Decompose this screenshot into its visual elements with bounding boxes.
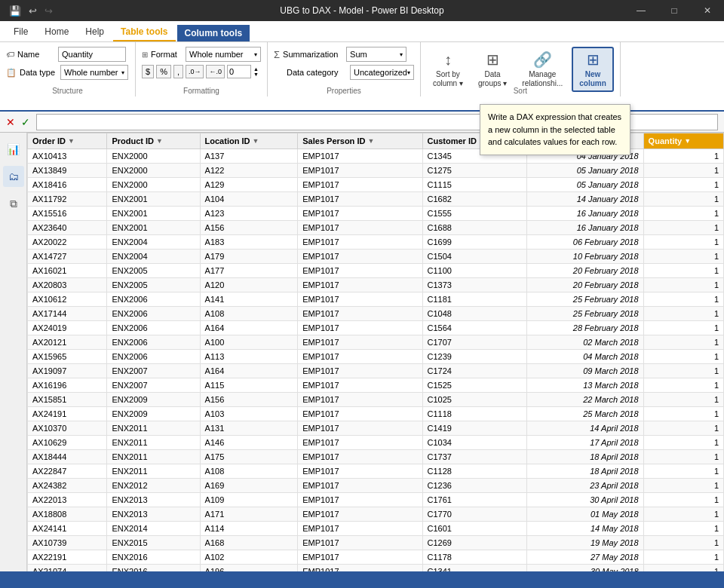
- col-header-quantity[interactable]: Quantity▼: [643, 133, 723, 149]
- datacategory-select[interactable]: Uncategorized▾: [350, 65, 414, 80]
- manage-relationships-button[interactable]: 🔗 Managerelationshi...: [516, 47, 569, 92]
- table-row[interactable]: AX23640ENX2001A156EMP1017C168816 January…: [28, 221, 724, 235]
- cell-purchaseDate: 27 May 2018: [526, 550, 643, 565]
- menu-table-tools[interactable]: Table tools: [113, 23, 175, 41]
- currency-button[interactable]: $: [142, 65, 154, 78]
- table-row[interactable]: AX15516ENX2001A123EMP1017C155516 January…: [28, 207, 724, 221]
- cell-customerId: C1707: [422, 335, 526, 350]
- minimize-button[interactable]: —: [624, 0, 658, 21]
- decimal-increase[interactable]: .0→: [186, 65, 204, 78]
- col-header-location-id[interactable]: Location ID▼: [200, 133, 298, 149]
- cell-customerId: C1025: [422, 393, 526, 407]
- table-row[interactable]: AX18808ENX2013A171EMP1017C177001 May 201…: [28, 507, 724, 522]
- decimal-decrease[interactable]: ←.0: [206, 65, 225, 78]
- table-row[interactable]: AX24019ENX2006A164EMP1017C156428 Februar…: [28, 321, 724, 335]
- cell-locationId: A115: [200, 378, 298, 393]
- table-row[interactable]: AX20803ENX2005A120EMP1017C137320 Februar…: [28, 278, 724, 292]
- cell-quantity: 1: [643, 307, 723, 321]
- cell-quantity: 1: [643, 221, 723, 235]
- table-row[interactable]: AX10370ENX2011A131EMP1017C141914 April 2…: [28, 421, 724, 436]
- spinner-down[interactable]: ▼: [253, 72, 259, 77]
- table-row[interactable]: AX24191ENX2009A103EMP1017C111825 March 2…: [28, 407, 724, 421]
- decimal-spinner[interactable]: 0: [227, 65, 251, 78]
- new-column-button[interactable]: ⊞ Newcolumn: [572, 47, 614, 92]
- formula-cancel-icon[interactable]: ✕: [6, 116, 15, 128]
- table-row[interactable]: AX20022ENX2004A183EMP1017C169906 Februar…: [28, 235, 724, 250]
- table-row[interactable]: AX22013ENX2013A109EMP1017C176130 April 2…: [28, 493, 724, 507]
- cell-salesPersonId: EMP1017: [298, 421, 422, 436]
- table-row[interactable]: AX15851ENX2009A156EMP1017C102522 March 2…: [28, 393, 724, 407]
- datacategory-label: Data category: [287, 68, 347, 77]
- cell-productId: ENX2006: [107, 335, 200, 350]
- menu-column-tools[interactable]: Column tools: [177, 25, 250, 41]
- maximize-button[interactable]: □: [658, 0, 691, 21]
- cell-orderId: AX16196: [28, 378, 107, 393]
- cell-productId: ENX2000: [107, 164, 200, 178]
- cell-productId: ENX2006: [107, 307, 200, 321]
- cell-customerId: C1737: [422, 450, 526, 464]
- table-row[interactable]: AX22191ENX2016A102EMP1017C117827 May 201…: [28, 550, 724, 565]
- table-row[interactable]: AX24382ENX2012A169EMP1017C123623 April 2…: [28, 479, 724, 493]
- table-row[interactable]: AX22847ENX2011A108EMP1017C112818 April 2…: [28, 464, 724, 479]
- col-header-order-id[interactable]: Order ID▼: [28, 133, 107, 149]
- table-row[interactable]: AX10612ENX2006A141EMP1017C118125 Februar…: [28, 292, 724, 307]
- cell-customerId: C1239: [422, 350, 526, 364]
- sort-by-column-button[interactable]: ↕ Sort bycolumn ▾: [427, 47, 469, 92]
- table-row[interactable]: AX15965ENX2006A113EMP1017C123904 March 2…: [28, 350, 724, 364]
- table-row[interactable]: AX16021ENX2005A177EMP1017C110020 Februar…: [28, 264, 724, 278]
- cell-productId: ENX2004: [107, 235, 200, 250]
- data-table: Order ID▼ Product ID▼ Location ID▼ Sales…: [27, 133, 724, 571]
- col-header-product-id[interactable]: Product ID▼: [107, 133, 200, 149]
- table-row[interactable]: AX21074ENX2016A196EMP1017C134130 May 201…: [28, 565, 724, 572]
- table-row[interactable]: AX11792ENX2001A104EMP1017C168214 January…: [28, 192, 724, 207]
- cell-orderId: AX19097: [28, 364, 107, 378]
- table-row[interactable]: AX24141ENX2014A114EMP1017C160114 May 201…: [28, 522, 724, 536]
- cell-locationId: A164: [200, 364, 298, 378]
- datatype-select[interactable]: Whole number▾: [60, 65, 128, 80]
- undo-icon-2[interactable]: ↪: [41, 4, 56, 18]
- close-button[interactable]: ✕: [691, 0, 724, 21]
- sidebar-icon-report[interactable]: 📊: [3, 139, 24, 160]
- menu-file[interactable]: File: [6, 23, 35, 41]
- summarization-select[interactable]: Sum▾: [346, 47, 406, 62]
- table-row[interactable]: AX19097ENX2007A164EMP1017C172409 March 2…: [28, 364, 724, 378]
- table-row[interactable]: AX17144ENX2006A108EMP1017C104825 Februar…: [28, 307, 724, 321]
- table-row[interactable]: AX18416ENX2000A129EMP1017C111505 January…: [28, 178, 724, 192]
- cell-locationId: A175: [200, 450, 298, 464]
- ribbon-group-formatting: ⊞ Format Whole number▾ $ % , .0→ ←.0 0 ▲…: [136, 42, 268, 96]
- save-icon[interactable]: 💾: [6, 4, 24, 18]
- formula-confirm-icon[interactable]: ✓: [21, 116, 30, 128]
- sidebar-icon-data[interactable]: 🗂: [3, 166, 24, 187]
- cell-quantity: 1: [643, 350, 723, 364]
- percent-button[interactable]: %: [156, 65, 171, 78]
- table-row[interactable]: AX14727ENX2004A179EMP1017C150410 Februar…: [28, 250, 724, 264]
- col-header-sales-person-id[interactable]: Sales Person ID▼: [298, 133, 422, 149]
- table-row[interactable]: AX10739ENX2015A168EMP1017C126919 May 201…: [28, 536, 724, 550]
- spinner-up[interactable]: ▲: [253, 66, 259, 72]
- cell-orderId: AX22191: [28, 550, 107, 565]
- cell-customerId: C1181: [422, 292, 526, 307]
- summarization-label: Summarization: [283, 50, 343, 59]
- name-input[interactable]: Quantity: [58, 47, 126, 62]
- table-row[interactable]: AX10629ENX2011A146EMP1017C103417 April 2…: [28, 436, 724, 450]
- comma-button[interactable]: ,: [173, 65, 183, 78]
- cell-salesPersonId: EMP1017: [298, 335, 422, 350]
- menu-help[interactable]: Help: [78, 23, 112, 41]
- table-row[interactable]: AX16196ENX2007A115EMP1017C152513 March 2…: [28, 378, 724, 393]
- cell-productId: ENX2007: [107, 378, 200, 393]
- table-row[interactable]: AX13849ENX2000A122EMP1017C127505 January…: [28, 164, 724, 178]
- table-row[interactable]: AX20121ENX2006A100EMP1017C170702 March 2…: [28, 335, 724, 350]
- table-row[interactable]: AX18444ENX2011A175EMP1017C173718 April 2…: [28, 450, 724, 464]
- menu-home[interactable]: Home: [37, 23, 76, 41]
- cell-quantity: 1: [643, 464, 723, 479]
- cell-salesPersonId: EMP1017: [298, 292, 422, 307]
- data-groups-button[interactable]: ⊞ Datagroups ▾: [472, 47, 513, 92]
- cell-locationId: A141: [200, 292, 298, 307]
- cell-productId: ENX2007: [107, 364, 200, 378]
- undo-icon[interactable]: ↩: [26, 4, 40, 18]
- cell-locationId: A168: [200, 536, 298, 550]
- cell-locationId: A129: [200, 178, 298, 192]
- sidebar-icon-model[interactable]: ⧉: [3, 193, 24, 214]
- format-select[interactable]: Whole number▾: [186, 47, 261, 62]
- table-container[interactable]: Order ID▼ Product ID▼ Location ID▼ Sales…: [27, 133, 724, 571]
